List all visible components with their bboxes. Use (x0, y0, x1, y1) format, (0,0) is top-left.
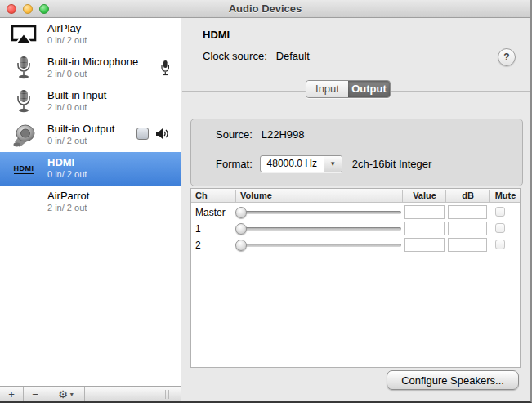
device-name: Built-in Microphone (47, 56, 138, 68)
airplay-icon (7, 20, 41, 50)
device-detail: 2 in/ 0 out (47, 69, 87, 78)
channel-label: 1 (195, 223, 201, 235)
slider-thumb[interactable] (235, 240, 247, 251)
device-detail: 2 in/ 0 out (47, 102, 87, 112)
channels-table: Ch Volume Value dB Mute Master 1 (190, 188, 521, 368)
remove-device-button[interactable]: − (24, 387, 47, 401)
sidebar-item-built-in-output[interactable]: Built-in Output 0 in/ 2 out (0, 119, 181, 152)
titlebar[interactable]: Audio Devices (0, 0, 530, 18)
column-divider (445, 190, 446, 202)
mute-checkbox[interactable] (495, 223, 505, 233)
volume-slider[interactable] (237, 227, 401, 231)
window-title: Audio Devices (0, 2, 530, 15)
toolbar-resize-grip[interactable] (165, 390, 175, 399)
microphone-icon (7, 53, 41, 83)
channel-label: 2 (195, 240, 201, 251)
channel-row-2: 2 (191, 237, 520, 253)
default-output-speaker-icon (155, 128, 169, 140)
chevron-down-icon: ▾ (70, 391, 74, 398)
col-header-ch: Ch (195, 190, 208, 200)
col-header-mute: Mute (490, 190, 521, 200)
add-device-button[interactable]: + (0, 387, 24, 401)
device-name: HDMI (47, 156, 74, 168)
sidebar-item-hdmi[interactable]: HDMI HDMI 0 in/ 2 out (0, 152, 181, 186)
channel-row-1: 1 (191, 221, 520, 237)
io-tab-bar: Input Output (306, 80, 391, 98)
db-field[interactable] (448, 238, 487, 252)
table-header: Ch Volume Value dB Mute (191, 189, 520, 203)
format-dropdown-value: 48000.0 Hz (261, 156, 324, 172)
volume-slider[interactable] (237, 244, 401, 247)
device-detail-panel: HDMI Clock source: Default ? Input Outpu… (182, 18, 530, 401)
sidebar-item-airplay[interactable]: AirPlay 0 in/ 2 out (0, 18, 181, 51)
value-field[interactable] (404, 238, 445, 252)
slider-thumb[interactable] (235, 207, 247, 218)
hdmi-icon: HDMI (7, 154, 41, 184)
device-detail: 0 in/ 2 out (47, 136, 87, 146)
device-name: Built-in Output (47, 123, 114, 135)
device-detail: 0 in/ 2 out (47, 169, 87, 179)
action-menu-button[interactable]: ⚙ ▾ (47, 387, 85, 401)
default-input-mic-icon (161, 60, 169, 76)
tab-input[interactable]: Input (306, 81, 348, 97)
speaker-icon (7, 120, 41, 150)
format-line: Format: 48000.0 Hz ▼ 2ch-16bit Integer (216, 155, 431, 172)
gear-icon: ⚙ (58, 388, 68, 401)
col-header-db: dB (446, 190, 490, 200)
sidebar-item-built-in-microphone[interactable]: Built-in Microphone 2 in/ 0 out (0, 51, 181, 85)
format-label: Format: (216, 158, 253, 170)
source-format-box: Source: L22H998 Format: 48000.0 Hz ▼ 2ch… (190, 119, 523, 186)
device-detail: 2 in/ 2 out (47, 203, 87, 213)
mute-checkbox[interactable] (495, 207, 505, 217)
channel-label: Master (195, 207, 226, 218)
column-divider (489, 190, 490, 202)
value-field[interactable] (404, 222, 445, 235)
clock-source-value: Default (276, 50, 310, 62)
device-name: Built-in Input (47, 89, 106, 101)
device-detail: 0 in/ 2 out (47, 35, 87, 45)
audio-devices-window: Audio Devices AirPlay 0 in/ 2 out (0, 0, 532, 403)
value-field[interactable] (404, 205, 445, 219)
system-sounds-finder-icon (136, 128, 149, 140)
device-list-sidebar: AirPlay 0 in/ 2 out Built-in Microphone … (0, 18, 181, 401)
configure-speakers-button[interactable]: Configure Speakers... (387, 370, 519, 390)
column-divider (235, 190, 236, 202)
db-field[interactable] (448, 205, 487, 219)
col-header-volume: Volume (240, 190, 272, 200)
source-line: Source: L22H998 (216, 128, 304, 141)
device-name: AirPlay (47, 22, 81, 34)
format-dropdown[interactable]: 48000.0 Hz ▼ (260, 155, 342, 172)
sidebar-item-built-in-input[interactable]: Built-in Input 2 in/ 0 out (0, 85, 181, 119)
channel-row-master: Master (191, 204, 520, 221)
device-name: AirParrot (47, 190, 89, 202)
source-label: Source: (216, 128, 253, 141)
tab-output[interactable]: Output (348, 81, 390, 97)
mute-checkbox[interactable] (495, 240, 505, 249)
clock-source-label: Clock source: (203, 50, 267, 62)
sidebar-item-airparrot[interactable]: AirParrot 2 in/ 2 out (0, 186, 181, 219)
help-button[interactable]: ? (498, 48, 516, 66)
source-value: L22H998 (262, 128, 305, 141)
device-title: HDMI (203, 29, 230, 41)
dropdown-arrow-icon: ▼ (324, 156, 342, 172)
volume-slider[interactable] (237, 211, 401, 214)
clock-source-line: Clock source: Default (203, 50, 310, 62)
db-field[interactable] (448, 222, 487, 235)
col-header-value: Value (403, 190, 446, 200)
microphone-icon (7, 87, 41, 117)
sidebar-toolbar: + − ⚙ ▾ (0, 386, 181, 401)
format-detail: 2ch-16bit Integer (352, 158, 432, 170)
column-divider (402, 190, 403, 202)
slider-thumb[interactable] (235, 223, 247, 235)
